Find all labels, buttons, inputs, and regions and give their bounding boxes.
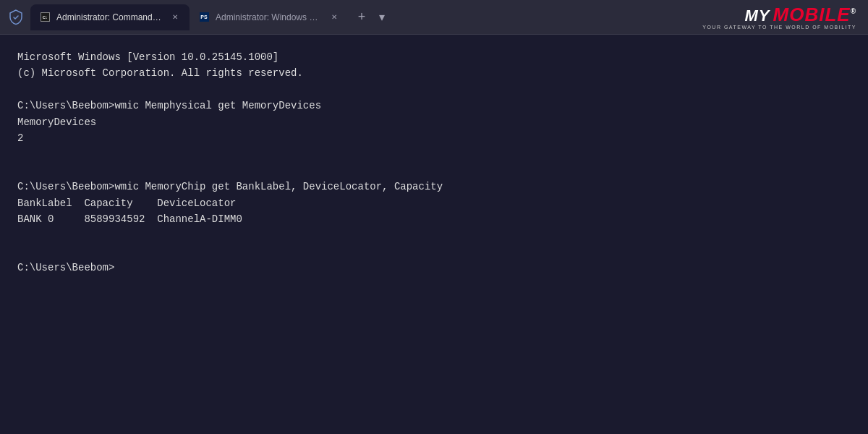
logo-tagline: YOUR GATEWAY TO THE WORLD OF MOBILITY (702, 25, 856, 30)
terminal-line: C:\Users\Beebom>wmic Memphysical get Mem… (17, 98, 851, 114)
logo-brand: MY MOBILE® (745, 5, 856, 24)
terminal-line: MemoryDevices (17, 114, 851, 130)
tab-cmd[interactable]: C: Administrator: Command Pro ✕ (30, 4, 190, 30)
tabs-area: C: Administrator: Command Pro ✕ PS Admin… (30, 4, 702, 30)
terminal-line: (c) Microsoft Corporation. All rights re… (17, 65, 851, 81)
terminal-line: 2 (17, 130, 851, 146)
tab-ps-close[interactable]: ✕ (328, 12, 340, 23)
cmd-icon: C: (39, 12, 51, 23)
terminal-line: C:\Users\Beebom>wmic MemoryChip get Bank… (17, 179, 851, 195)
tab-cmd-label: Administrator: Command Pro (56, 12, 163, 22)
logo-mobile-text: MOBILE® (773, 5, 856, 24)
terminal-line (17, 244, 851, 260)
browser-chrome: C: Administrator: Command Pro ✕ PS Admin… (0, 0, 868, 35)
tab-cmd-close[interactable]: ✕ (169, 12, 181, 23)
logo-my-text: MY (745, 8, 770, 24)
tab-dropdown-button[interactable]: ▾ (372, 7, 392, 27)
logo-area: MY MOBILE® YOUR GATEWAY TO THE WORLD OF … (702, 5, 862, 30)
terminal-line: BankLabel Capacity DeviceLocator (17, 195, 851, 211)
terminal-line: Microsoft Windows [Version 10.0.25145.10… (17, 49, 851, 65)
terminal-window[interactable]: Microsoft Windows [Version 10.0.25145.10… (0, 35, 868, 434)
new-tab-button[interactable]: + (352, 7, 372, 27)
ps-icon: PS (198, 12, 210, 23)
tab-ps-label: Administrator: Windows Power (216, 12, 323, 22)
terminal-line (17, 82, 851, 98)
terminal-line: C:\Users\Beebom> (17, 260, 851, 276)
shield-icon (6, 7, 26, 27)
terminal-line (17, 163, 851, 179)
terminal-line (17, 146, 851, 162)
tab-ps[interactable]: PS Administrator: Windows Power ✕ (190, 4, 349, 30)
terminal-line (17, 227, 851, 243)
terminal-line: BANK 0 8589934592 ChannelA-DIMM0 (17, 211, 851, 227)
